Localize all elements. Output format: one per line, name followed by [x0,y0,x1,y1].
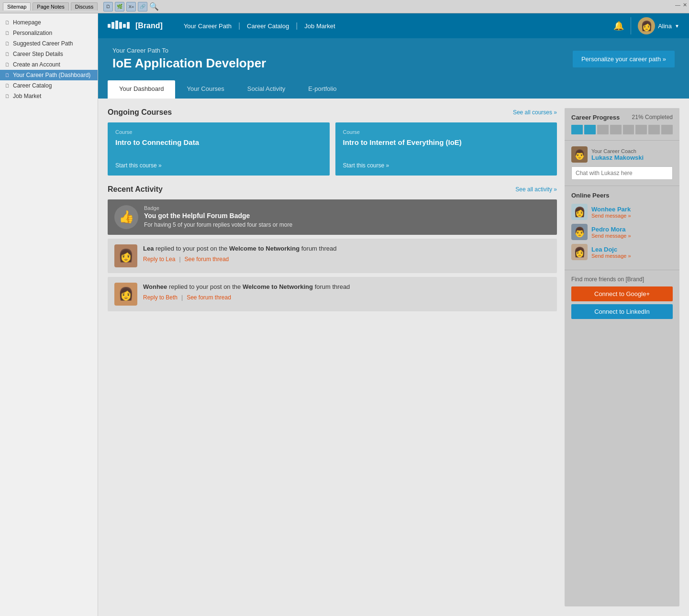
page-icon: 🗋 [5,83,10,88]
sidebar-item-create-account[interactable]: 🗋 Create an Account [0,59,98,70]
progress-seg-7 [648,125,660,134]
tab-social-activity[interactable]: Social Activity [236,80,297,99]
sidebar-label-suggested-career-path: Suggested Career Path [13,40,73,47]
progress-bar [571,125,673,134]
wonhee-peer-avatar: 👩 [571,204,588,220]
badge-desc: For having 5 of your forum replies voted… [144,221,292,228]
tab-discuss[interactable]: Discuss [71,2,98,11]
see-all-courses-link[interactable]: See all courses » [513,109,557,116]
sidebar-item-career-catalog[interactable]: 🗋 Career Catalog [0,80,98,91]
link-icon-btn[interactable]: 🔗 [138,2,147,11]
lea-reply-text: Lea replied to your post on the Welcome … [143,244,550,253]
content-area: [Brand] Your Career Path | Career Catalo… [98,13,689,616]
tab-your-courses[interactable]: Your Courses [175,80,235,99]
start-course-link-0[interactable]: Start this course » [115,162,162,169]
sidebar-label-homepage: Homepage [13,19,41,26]
lea-peer-info: Lea Dojc Send message » [591,246,631,259]
lea-forum-thread-link[interactable]: See forum thread [185,256,229,263]
start-course-link-1[interactable]: Start this course » [343,162,389,169]
badge-thumbs-icon: 👍 [114,205,138,229]
brand-name: [Brand] [135,22,163,30]
bell-icon[interactable]: 🔔 [613,21,624,31]
sidebar-label-career-step-details: Career Step Details [13,51,63,57]
connect-google-btn[interactable]: Connect to Google+ [571,286,673,301]
sidebar-item-suggested-career-path[interactable]: 🗋 Suggested Career Path [0,38,98,49]
dashboard-content: Ongoing Courses See all courses » Course… [98,99,689,616]
user-menu[interactable]: 👩 Alina ▼ [638,17,679,34]
career-progress-section: Career Progress 21% Completed [565,108,679,141]
nav-links: Your Career Path | Career Catalog | Job … [177,22,342,30]
personalize-button[interactable]: Personalize your career path » [573,51,675,67]
minimize-btn[interactable]: — [675,2,680,8]
page-icon: 🗋 [5,41,10,46]
tree-icon-btn[interactable]: 🌿 [115,2,124,11]
peer-item-lea: 👩 Lea Dojc Send message » [571,244,673,260]
sidebar-label-personalization: Personalization [13,30,52,36]
tabs-bar: Your Dashboard Your Courses Social Activ… [98,80,689,99]
close-btn[interactable]: ✕ [683,2,687,8]
nav-link-career-catalog[interactable]: Career Catalog [240,22,296,30]
page-icon-btn[interactable]: 🗋 [103,2,113,11]
connect-linkedin-btn[interactable]: Connect to LinkedIn [571,304,673,319]
course-name-1: Intro to Internet of Everything (IoE) [343,138,550,147]
see-all-activity-link[interactable]: See all activity » [515,186,557,193]
pedro-peer-info: Pedro Mora Send message » [591,226,631,239]
user-avatar: 👩 [638,17,655,34]
pedro-send-link[interactable]: Send message » [591,233,631,239]
wonhee-send-link[interactable]: Send message » [591,213,631,219]
page-icon: 🗋 [5,93,10,99]
lea-thread-bold: Welcome to Networking [229,245,300,252]
search-icon-btn[interactable]: 🔍 [149,2,159,11]
career-header: Your Career Path To IoE Application Deve… [98,38,689,80]
sidebar-item-personalization[interactable]: 🗋 Personalization [0,28,98,38]
variable-icon-btn[interactable]: X= [126,2,136,11]
sidebar-item-dashboard[interactable]: 🗋 Your Career Path (Dashboard) [0,70,98,80]
wonhee-forum-thread-link[interactable]: See forum thread [187,294,231,301]
tab-your-dashboard[interactable]: Your Dashboard [108,80,175,99]
wonhee-peer-name[interactable]: Wonhee Park [591,206,631,213]
career-title-section: Your Career Path To IoE Application Deve… [112,47,266,71]
badge-title: You got the Helpful Forum Badge [144,212,292,220]
lea-avatar: 👩 [114,244,137,267]
ongoing-courses-section: Ongoing Courses See all courses » Course… [108,108,557,176]
progress-header: Career Progress 21% Completed [571,114,673,121]
recent-activity-header: Recent Activity See all activity » [108,185,557,194]
coach-chat-input[interactable] [571,166,673,180]
course-card-0[interactable]: Course Intro to Connecting Data Start th… [108,122,330,176]
wonhee-thread-bold: Welcome to Networking [243,283,313,290]
link-sep-2: | [181,294,183,301]
svg-rect-2 [115,21,118,29]
tab-sitemap[interactable]: Sitemap [3,2,31,11]
coach-name[interactable]: Lukasz Makowski [591,154,644,161]
lea-peer-name[interactable]: Lea Dojc [591,246,631,253]
lea-send-link[interactable]: Send message » [591,253,631,259]
nav-link-career-path[interactable]: Your Career Path [177,22,238,30]
reply-to-beth-link[interactable]: Reply to Beth [143,294,178,301]
courses-grid: Course Intro to Connecting Data Start th… [108,122,557,176]
pedro-peer-avatar: 👨 [571,224,588,240]
link-sep-1: | [179,256,180,263]
ongoing-courses-header: Ongoing Courses See all courses » [108,108,557,117]
progress-seg-8 [661,125,673,134]
top-nav: [Brand] Your Career Path | Career Catalo… [98,13,689,38]
course-label-1: Course [343,129,550,135]
coach-header: 👨 Your Career Coach Lukasz Makowski [571,146,673,163]
career-title: IoE Application Developer [112,56,266,71]
lea-reply-content: Lea replied to your post on the Welcome … [143,244,550,263]
tab-page-notes[interactable]: Page Notes [33,2,68,11]
progress-seg-6 [635,125,647,134]
tab-e-portfolio[interactable]: E-portfolio [297,80,348,99]
progress-seg-5 [623,125,634,134]
nav-link-job-market[interactable]: Job Market [298,22,342,30]
pedro-peer-name[interactable]: Pedro Mora [591,226,631,233]
sidebar-item-homepage[interactable]: 🗋 Homepage [0,17,98,28]
sidebar: 🗋 Homepage 🗋 Personalization 🗋 Suggested… [0,13,98,616]
sidebar-item-career-step-details[interactable]: 🗋 Career Step Details [0,49,98,59]
lea-action: replied to your post on the [156,245,229,252]
sidebar-item-job-market[interactable]: 🗋 Job Market [0,91,98,101]
reply-item-lea: 👩 Lea replied to your post on the Welcom… [108,239,557,273]
badge-type-label: Badge [144,205,292,211]
reply-to-lea-link[interactable]: Reply to Lea [143,256,175,263]
course-card-1[interactable]: Course Intro to Internet of Everything (… [335,122,557,176]
svg-rect-5 [127,22,130,29]
